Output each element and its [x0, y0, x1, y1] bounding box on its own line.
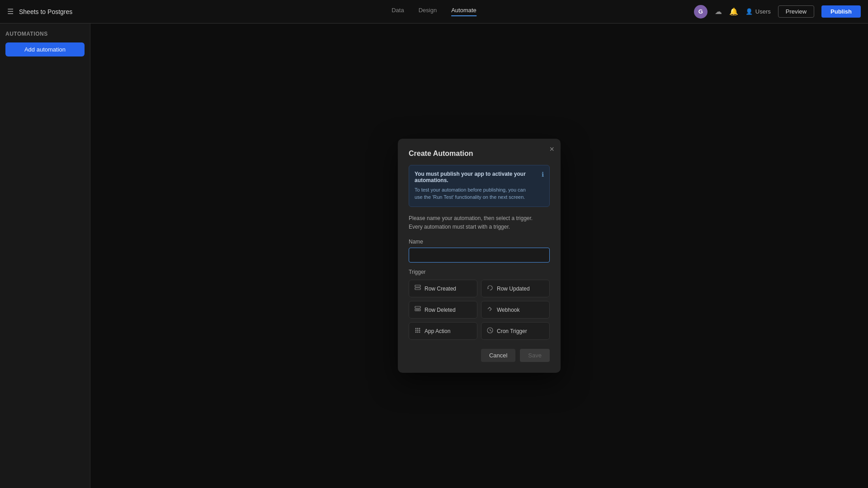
- users-icon: 👤: [745, 8, 753, 15]
- trigger-grid: Row Created Row Updated: [409, 280, 550, 340]
- trigger-webhook[interactable]: Webhook: [481, 301, 550, 319]
- trigger-row-deleted-label: Row Deleted: [425, 307, 456, 313]
- svg-point-10: [419, 330, 420, 331]
- svg-point-6: [417, 328, 419, 329]
- trigger-webhook-label: Webhook: [497, 307, 519, 313]
- app-header: ☰ Sheets to Postgres Data Design Automat…: [0, 0, 868, 23]
- svg-point-5: [415, 328, 417, 329]
- trigger-label: Trigger: [409, 269, 550, 275]
- info-icon: ℹ: [542, 171, 544, 178]
- cron-icon: [487, 327, 493, 335]
- header-nav: Data Design Automate: [392, 7, 476, 16]
- svg-point-13: [419, 332, 420, 333]
- bell-icon[interactable]: 🔔: [729, 7, 738, 16]
- app-title: Sheets to Postgres: [19, 8, 72, 15]
- row-created-icon: [415, 285, 421, 292]
- row-deleted-icon: [415, 306, 421, 314]
- trigger-row-updated-label: Row Updated: [497, 286, 530, 292]
- add-automation-button[interactable]: Add automation: [5, 42, 85, 56]
- modal-title: Create Automation: [409, 150, 550, 158]
- name-input[interactable]: [409, 248, 550, 263]
- modal-desc-line2: Every automation must start with a trigg…: [409, 224, 510, 230]
- header-left: ☰ Sheets to Postgres: [7, 7, 72, 16]
- publish-button[interactable]: Publish: [821, 5, 861, 18]
- nav-design[interactable]: Design: [419, 7, 437, 16]
- avatar[interactable]: G: [694, 5, 708, 19]
- nav-data[interactable]: Data: [392, 7, 404, 16]
- svg-point-8: [415, 330, 417, 331]
- svg-line-16: [490, 330, 491, 331]
- sidebar: Automations Add automation: [0, 23, 90, 488]
- sidebar-title: Automations: [5, 31, 85, 37]
- trigger-row-created-label: Row Created: [425, 286, 456, 292]
- trigger-app-action[interactable]: App Action: [409, 322, 477, 340]
- info-banner-bold: You must publish your app to activate yo…: [415, 171, 533, 183]
- main-layout: Automations Add automation × Create Auto…: [0, 23, 868, 488]
- modal-description: Please name your automation, then select…: [409, 214, 550, 231]
- save-button[interactable]: Save: [520, 349, 550, 362]
- row-updated-icon: [487, 285, 493, 292]
- header-right: G ☁ 🔔 👤 Users Preview Publish: [694, 5, 861, 19]
- svg-rect-2: [415, 306, 420, 308]
- info-banner-body: To test your automation before publishin…: [415, 186, 533, 201]
- modal-close-button[interactable]: ×: [549, 145, 554, 153]
- trigger-row-updated[interactable]: Row Updated: [481, 280, 550, 297]
- webhook-icon: [487, 306, 493, 314]
- trigger-app-action-label: App Action: [425, 328, 450, 334]
- trigger-cron[interactable]: Cron Trigger: [481, 322, 550, 340]
- hamburger-icon[interactable]: ☰: [7, 7, 14, 16]
- trigger-row-deleted[interactable]: Row Deleted: [409, 301, 477, 319]
- main-content: × Create Automation You must publish you…: [90, 23, 868, 488]
- nav-automate[interactable]: Automate: [451, 7, 476, 16]
- users-label: Users: [755, 8, 771, 15]
- svg-point-11: [415, 332, 417, 333]
- preview-button[interactable]: Preview: [778, 5, 814, 18]
- svg-point-9: [417, 330, 419, 331]
- name-label: Name: [409, 239, 550, 245]
- users-button[interactable]: 👤 Users: [745, 8, 771, 15]
- svg-rect-0: [415, 285, 420, 287]
- svg-point-12: [417, 332, 419, 333]
- cloud-icon[interactable]: ☁: [715, 7, 722, 16]
- trigger-row-created[interactable]: Row Created: [409, 280, 477, 297]
- svg-point-7: [419, 328, 420, 329]
- modal-footer: Cancel Save: [409, 349, 550, 362]
- cancel-button[interactable]: Cancel: [481, 349, 515, 362]
- app-action-icon: [415, 327, 421, 335]
- modal-overlay: × Create Automation You must publish you…: [90, 23, 868, 488]
- svg-rect-1: [415, 288, 420, 290]
- modal-desc-line1: Please name your automation, then select…: [409, 215, 533, 221]
- trigger-cron-label: Cron Trigger: [497, 328, 527, 334]
- info-banner: You must publish your app to activate yo…: [409, 165, 550, 207]
- create-automation-modal: × Create Automation You must publish you…: [398, 139, 561, 373]
